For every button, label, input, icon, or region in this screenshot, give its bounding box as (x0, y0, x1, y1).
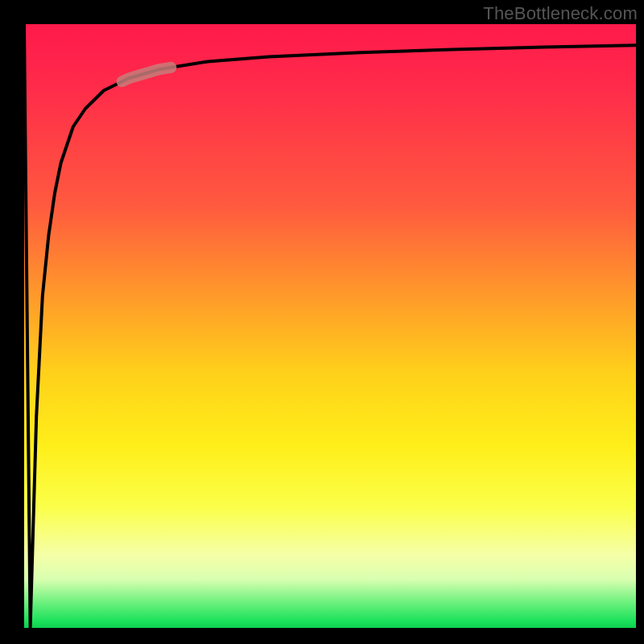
chart-plot-area (24, 24, 636, 628)
chart-curve (24, 24, 636, 628)
chart-curve-svg (24, 24, 636, 628)
chart-stage: TheBottleneck.com line (0, 0, 644, 644)
watermark-text: TheBottleneck.com (483, 3, 638, 24)
chart-curve-highlight (122, 68, 171, 82)
